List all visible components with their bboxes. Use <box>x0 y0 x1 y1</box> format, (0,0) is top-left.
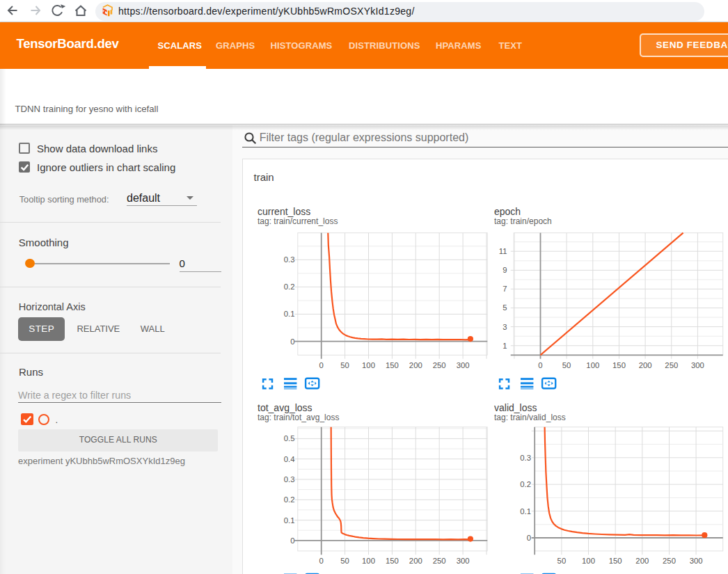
svg-text:200: 200 <box>635 557 649 565</box>
svg-text:0.1: 0.1 <box>284 516 295 525</box>
svg-text:300: 300 <box>691 361 704 369</box>
svg-text:0.3: 0.3 <box>284 475 295 484</box>
svg-text:0.2: 0.2 <box>284 495 295 504</box>
svg-text:0.1: 0.1 <box>520 507 531 516</box>
svg-text:200: 200 <box>409 361 422 369</box>
svg-text:0.3: 0.3 <box>284 255 295 264</box>
svg-text:300: 300 <box>457 557 470 565</box>
svg-text:250: 250 <box>665 361 678 369</box>
svg-text:0.4: 0.4 <box>284 455 295 463</box>
svg-text:0.1: 0.1 <box>284 310 295 318</box>
svg-text:200: 200 <box>639 361 652 369</box>
svg-text:3: 3 <box>503 323 507 331</box>
svg-text:250: 250 <box>433 361 446 369</box>
svg-text:300: 300 <box>457 361 470 369</box>
svg-text:0.3: 0.3 <box>520 454 531 462</box>
svg-text:0: 0 <box>290 536 294 545</box>
svg-text:100: 100 <box>362 557 375 565</box>
svg-text:50: 50 <box>340 557 349 565</box>
svg-text:300: 300 <box>690 557 703 565</box>
svg-text:50: 50 <box>557 557 567 565</box>
svg-text:50: 50 <box>340 361 349 369</box>
svg-text:150: 150 <box>612 361 626 369</box>
svg-text:100: 100 <box>582 557 595 565</box>
svg-text:0: 0 <box>538 361 542 369</box>
svg-text:0.5: 0.5 <box>284 434 295 443</box>
svg-text:7: 7 <box>503 285 507 293</box>
svg-text:0.2: 0.2 <box>284 282 295 291</box>
svg-text:0: 0 <box>319 361 324 369</box>
svg-text:150: 150 <box>386 361 399 369</box>
svg-text:100: 100 <box>362 361 375 369</box>
svg-text:150: 150 <box>386 557 399 565</box>
svg-text:250: 250 <box>433 557 446 565</box>
svg-text:9: 9 <box>503 266 507 274</box>
svg-text:250: 250 <box>663 557 676 565</box>
svg-text:0.2: 0.2 <box>520 480 531 488</box>
svg-text:0: 0 <box>290 337 294 346</box>
svg-text:50: 50 <box>562 361 571 369</box>
svg-text:150: 150 <box>609 557 622 565</box>
svg-text:0: 0 <box>527 534 531 542</box>
svg-text:200: 200 <box>409 557 422 565</box>
svg-text:5: 5 <box>503 303 507 312</box>
svg-text:11: 11 <box>499 247 507 255</box>
svg-text:1: 1 <box>503 342 507 350</box>
svg-text:0: 0 <box>319 557 324 565</box>
svg-text:100: 100 <box>586 361 599 369</box>
